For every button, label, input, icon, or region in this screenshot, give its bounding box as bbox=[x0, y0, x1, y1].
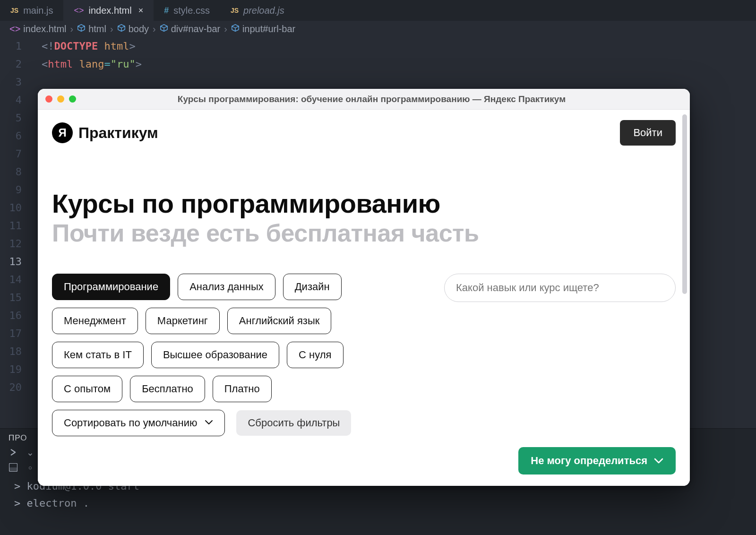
chevron-right-icon: › bbox=[110, 24, 113, 35]
line-number: 18 bbox=[0, 343, 22, 361]
line-number: 17 bbox=[0, 325, 22, 343]
breadcrumb: <>index.html›html›body›div#nav-bar›input… bbox=[0, 21, 756, 37]
category-chip[interactable]: Маркетинг bbox=[146, 308, 220, 334]
category-chip[interactable]: Английский язык bbox=[227, 308, 332, 334]
breadcrumb-label: body bbox=[129, 24, 149, 35]
breadcrumb-label: div#nav-bar bbox=[171, 24, 221, 35]
code-line: <!DOCTYPE html> bbox=[42, 37, 756, 55]
category-chip[interactable]: Кем стать в IT bbox=[52, 342, 144, 368]
terminal-panel-icon[interactable] bbox=[8, 462, 19, 473]
site-header: Я Практикум Войти bbox=[52, 120, 676, 146]
page-subtitle: Почти везде есть бесплатная часть bbox=[52, 219, 676, 247]
line-number: 12 bbox=[0, 235, 22, 253]
line-number: 8 bbox=[0, 163, 22, 181]
logo-mark-icon: Я bbox=[52, 122, 73, 143]
app-window: Курсы программирования: обучение онлайн … bbox=[38, 89, 690, 486]
maximize-window-icon[interactable] bbox=[69, 95, 76, 103]
category-chips: ПрограммированиеАнализ данныхДизайнМенед… bbox=[52, 274, 402, 402]
line-number: 2 bbox=[0, 55, 22, 73]
category-chip[interactable]: Программирование bbox=[52, 274, 170, 300]
category-chip[interactable]: С нуля bbox=[287, 342, 343, 368]
line-number: 7 bbox=[0, 145, 22, 163]
scrollbar-thumb[interactable] bbox=[682, 114, 687, 294]
line-number: 4 bbox=[0, 91, 22, 109]
file-type-icon: JS bbox=[10, 7, 18, 14]
search-input[interactable] bbox=[444, 274, 676, 302]
category-chip[interactable]: Дизайн bbox=[283, 274, 342, 300]
symbol-element-icon bbox=[160, 24, 168, 35]
category-chip[interactable]: Бесплатно bbox=[130, 376, 205, 402]
category-chip[interactable]: С опытом bbox=[52, 376, 122, 402]
chevron-down-icon[interactable]: ⌄ bbox=[25, 447, 36, 458]
line-number: 15 bbox=[0, 289, 22, 307]
tab-label: index.html bbox=[89, 5, 132, 16]
breadcrumb-label: html bbox=[88, 24, 106, 35]
line-number: 20 bbox=[0, 379, 22, 397]
sort-dropdown[interactable]: Сортировать по умолчанию bbox=[52, 410, 225, 436]
circle-icon[interactable]: ○ bbox=[25, 462, 36, 473]
chevron-right-icon[interactable] bbox=[8, 447, 19, 458]
chevron-right-icon: › bbox=[70, 24, 74, 35]
category-chip[interactable]: Анализ данных bbox=[178, 274, 275, 300]
file-type-icon: # bbox=[164, 6, 169, 16]
logo-text: Практикум bbox=[78, 124, 158, 142]
file-type-icon: JS bbox=[231, 7, 239, 14]
line-number: 1 bbox=[0, 37, 22, 55]
symbol-element-icon bbox=[231, 24, 240, 35]
line-number: 14 bbox=[0, 271, 22, 289]
login-button[interactable]: Войти bbox=[620, 120, 676, 146]
breadcrumb-item[interactable]: input#url-bar bbox=[231, 24, 295, 35]
line-number: 16 bbox=[0, 307, 22, 325]
editor-tabs: JSmain.js<>index.html×#style.cssJSpreloa… bbox=[0, 0, 756, 21]
code-line: <html lang="ru"> bbox=[42, 55, 756, 73]
chevron-down-icon bbox=[654, 457, 663, 464]
category-chip[interactable]: Платно bbox=[213, 376, 272, 402]
hero-section: Курсы по программированию Почти везде ес… bbox=[52, 188, 676, 247]
reset-filters-button[interactable]: Сбросить фильтры bbox=[236, 410, 351, 436]
site-logo[interactable]: Я Практикум bbox=[52, 122, 158, 143]
symbol-element-icon bbox=[77, 24, 86, 35]
file-type-icon: <> bbox=[74, 6, 84, 16]
breadcrumb-item[interactable]: div#nav-bar bbox=[160, 24, 221, 35]
editor-tab[interactable]: <>index.html× bbox=[63, 0, 154, 21]
breadcrumb-item[interactable]: html bbox=[77, 24, 106, 35]
breadcrumb-label: input#url-bar bbox=[242, 24, 295, 35]
breadcrumb-item[interactable]: <>index.html bbox=[9, 24, 67, 35]
category-chip[interactable]: Высшее образование bbox=[151, 342, 279, 368]
page-title: Курсы по программированию bbox=[52, 188, 676, 219]
help-choose-label: Не могу определиться bbox=[531, 455, 647, 467]
symbol-element-icon bbox=[117, 24, 126, 35]
tab-label: style.css bbox=[173, 5, 210, 16]
sort-label: Сортировать по умолчанию bbox=[64, 417, 197, 429]
breadcrumb-item[interactable]: body bbox=[117, 24, 149, 35]
window-titlebar[interactable]: Курсы программирования: обучение онлайн … bbox=[38, 89, 690, 110]
editor-tab[interactable]: JSmain.js bbox=[0, 0, 63, 21]
chevron-right-icon: › bbox=[224, 24, 227, 35]
window-traffic-lights bbox=[45, 95, 76, 103]
help-choose-button[interactable]: Не могу определиться bbox=[518, 447, 676, 475]
line-number: 11 bbox=[0, 217, 22, 235]
editor-tab[interactable]: JSpreload.js bbox=[220, 0, 295, 21]
line-number: 6 bbox=[0, 127, 22, 145]
line-number: 9 bbox=[0, 181, 22, 199]
category-chip[interactable]: Менеджмент bbox=[52, 308, 138, 334]
close-window-icon[interactable] bbox=[45, 95, 52, 103]
line-number: 5 bbox=[0, 109, 22, 127]
close-tab-icon[interactable]: × bbox=[138, 6, 144, 16]
filters-section: ПрограммированиеАнализ данныхДизайнМенед… bbox=[52, 274, 676, 402]
browser-viewport: Я Практикум Войти Курсы по программирова… bbox=[38, 110, 690, 486]
line-number-gutter: 1234567891011121314151617181920 bbox=[0, 37, 33, 463]
editor-tab[interactable]: #style.css bbox=[154, 0, 220, 21]
tab-label: preload.js bbox=[243, 5, 284, 16]
svg-rect-1 bbox=[9, 467, 17, 472]
breadcrumb-label: index.html bbox=[23, 24, 66, 35]
terminal-line: > electron . bbox=[14, 495, 742, 512]
chevron-down-icon bbox=[205, 419, 213, 427]
line-number: 13 bbox=[0, 253, 22, 271]
line-number: 19 bbox=[0, 361, 22, 379]
minimize-window-icon[interactable] bbox=[57, 95, 64, 103]
line-number: 3 bbox=[0, 73, 22, 91]
file-html-icon: <> bbox=[9, 24, 20, 35]
sort-reset-row: Сортировать по умолчанию Сбросить фильтр… bbox=[52, 410, 676, 436]
window-title: Курсы программирования: обучение онлайн … bbox=[80, 94, 682, 104]
